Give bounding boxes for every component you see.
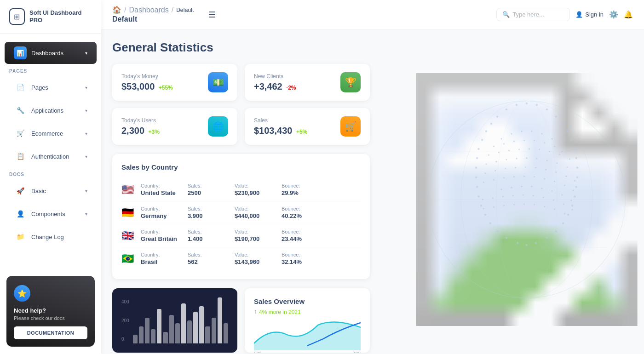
svg-point-102 [541, 188, 542, 189]
search-box[interactable]: 🔍 Type here... [496, 8, 570, 21]
sidebar-item-components[interactable]: 👤 Components ▾ [5, 203, 97, 225]
value-amount: $190,700 [235, 235, 276, 242]
docs-section-label: DOCS [0, 168, 101, 179]
svg-point-4 [496, 101, 557, 298]
applications-icon: 🔧 [14, 104, 27, 117]
home-breadcrumb[interactable]: 🏠 [112, 6, 121, 14]
svg-point-101 [531, 186, 532, 187]
svg-point-52 [493, 146, 494, 147]
svg-point-0 [426, 98, 628, 301]
svg-point-85 [555, 171, 557, 173]
svg-point-57 [544, 142, 545, 143]
svg-point-78 [484, 172, 486, 174]
bar [169, 315, 174, 344]
stat-change: +3% [149, 129, 160, 135]
svg-point-91 [513, 176, 515, 177]
sales-value: 3.900 [188, 212, 229, 219]
svg-point-113 [553, 199, 554, 200]
svg-point-22 [477, 148, 479, 150]
stat-change: -2% [286, 85, 296, 91]
sidebar-item-basic[interactable]: 🚀 Basic ▾ [5, 180, 97, 202]
svg-point-25 [475, 167, 477, 169]
bar [218, 297, 222, 343]
svg-point-124 [564, 213, 565, 214]
notifications-icon[interactable]: 🔔 [624, 10, 633, 19]
header: 🏠 / Dashboards / Default Default ☰ 🔍 Typ… [101, 0, 644, 29]
svg-point-93 [534, 176, 535, 177]
sidebar-item-label: Authentication [31, 153, 69, 160]
hamburger-icon[interactable]: ☰ [208, 10, 216, 20]
authentication-icon: 📋 [14, 150, 27, 163]
svg-point-109 [512, 195, 514, 196]
sales-value: 2500 [188, 189, 229, 196]
svg-point-81 [515, 167, 516, 168]
svg-point-112 [543, 197, 544, 198]
svg-point-50 [541, 133, 542, 134]
user-icon: 👤 [575, 11, 583, 18]
country-name: Brasil [141, 258, 182, 265]
stat-info: Today's Money $53,000 +55% [121, 73, 173, 92]
svg-point-39 [496, 230, 498, 232]
svg-point-90 [503, 177, 505, 178]
sidebar-item-applications[interactable]: 🔧 Applications ▾ [5, 99, 97, 121]
sales-country-title: Sales by Country [121, 163, 361, 171]
svg-point-107 [492, 197, 494, 199]
y-label-400: 400 [121, 299, 129, 304]
svg-point-43 [517, 242, 518, 244]
country-row: 🇧🇷 Country: Brasil Sales: 562 Value: $14… [121, 247, 361, 270]
svg-point-37 [489, 223, 491, 224]
svg-point-80 [505, 168, 506, 169]
sidebar-item-changelog[interactable]: 📁 Change Log [5, 226, 97, 248]
stats-grid: Today's Money $53,000 +55% 💵 New Clients… [112, 64, 370, 145]
sidebar-item-ecommerce[interactable]: 🛒 Ecommerce ▾ [5, 122, 97, 144]
svg-point-14 [496, 115, 498, 117]
sales-icon: 🛒 [340, 116, 361, 137]
sidebar-item-label: Change Log [31, 234, 64, 240]
svg-point-82 [525, 166, 526, 168]
overview-subtitle: 4% more in 2021 [259, 309, 301, 315]
svg-point-15 [490, 123, 492, 125]
svg-point-100 [521, 186, 522, 187]
ecommerce-icon: 🛒 [14, 127, 27, 140]
settings-icon[interactable]: ⚙️ [609, 10, 618, 19]
basic-icon: 🚀 [14, 184, 27, 197]
sign-in-button[interactable]: 👤 Sign in [575, 11, 604, 18]
svg-point-89 [493, 179, 494, 180]
stat-info: Sales $103,430 +5% [254, 117, 307, 136]
documentation-button[interactable]: DOCUMENTATION [14, 326, 87, 339]
svg-point-54 [513, 141, 515, 142]
chevron-down-icon: ▾ [85, 51, 87, 56]
bar [187, 320, 192, 343]
svg-point-106 [482, 199, 483, 200]
stat-info: New Clients +3,462 -2% [254, 73, 296, 92]
svg-point-103 [551, 190, 552, 192]
svg-point-12 [516, 104, 518, 106]
chevron-down-icon: ▾ [85, 211, 87, 217]
sales-overview-card: Sales Overview ↑ 4% more in 2021 [245, 288, 370, 353]
help-subtitle: Please check our docs [14, 315, 87, 321]
svg-point-38 [562, 223, 564, 224]
overview-chart [254, 318, 361, 350]
page-subtitle: Default [112, 15, 194, 23]
svg-point-58 [554, 146, 555, 147]
y-label-0: 0 [121, 337, 129, 342]
stat-value: $53,000 [121, 81, 155, 91]
clients-icon: 🏆 [340, 72, 361, 92]
sidebar-item-authentication[interactable]: 📋 Authentication ▾ [5, 145, 97, 167]
bounce-rate: 23.44% [282, 235, 323, 242]
svg-point-27 [475, 176, 477, 178]
svg-point-2 [428, 101, 626, 298]
svg-point-33 [480, 205, 482, 206]
dashboards-breadcrumb[interactable]: Dashboards [129, 6, 168, 14]
stat-value: $103,430 [254, 126, 292, 136]
sidebar-item-pages[interactable]: 📄 Pages ▾ [5, 76, 97, 98]
bar [224, 323, 228, 343]
flag-de: 🇩🇪 [121, 207, 135, 219]
svg-point-65 [539, 148, 540, 150]
svg-point-55 [523, 140, 525, 141]
sidebar-item-dashboards[interactable]: 📊 Dashboards ▾ [5, 42, 97, 64]
bar-chart [133, 297, 228, 343]
svg-point-20 [570, 139, 572, 141]
breadcrumb: 🏠 / Dashboards / Default Default [112, 6, 194, 23]
stat-card-sales: Sales $103,430 +5% 🛒 [245, 108, 370, 145]
